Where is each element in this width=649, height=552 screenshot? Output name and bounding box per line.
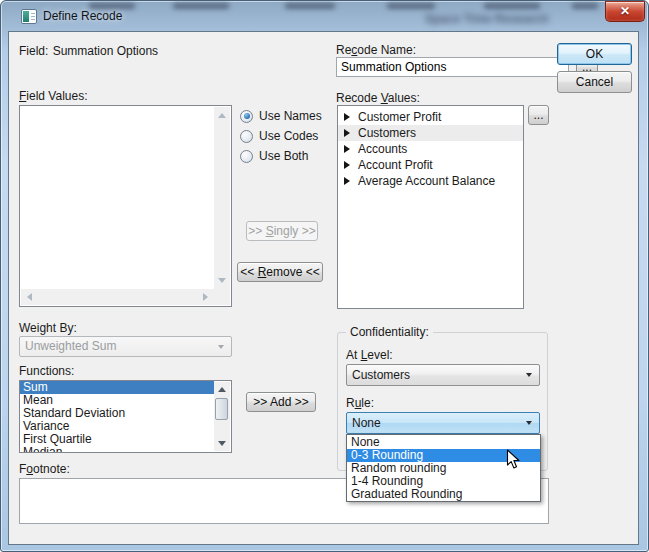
ok-button[interactable]: OK — [557, 43, 632, 65]
vertical-scrollbar — [214, 107, 230, 289]
scrollbar-thumb[interactable] — [215, 398, 228, 420]
weight-by-label: Weight By: — [19, 321, 77, 335]
scroll-up-icon — [218, 113, 226, 118]
scrollbar-corner — [214, 289, 230, 305]
list-item[interactable]: Account Profit — [338, 157, 523, 173]
list-item[interactable]: Average Account Balance — [338, 173, 523, 189]
list-item[interactable]: Customers — [338, 125, 523, 141]
field-value: Summation Options — [53, 44, 158, 58]
singly-button: >> Singly >> — [246, 221, 318, 241]
list-item-label: Average Account Balance — [358, 174, 495, 188]
recode-values-listbox[interactable]: Customer Profit Customers Accounts Accou… — [337, 105, 524, 309]
recode-values-browse-button[interactable]: ... — [528, 105, 549, 125]
dropdown-option[interactable]: Graduated Rounding — [347, 488, 540, 501]
footnote-label: Footnote: — [19, 462, 70, 476]
expand-triangle-icon[interactable] — [344, 129, 350, 137]
list-item[interactable]: Customer Profit — [338, 109, 523, 125]
field-values-label: Field Values: — [19, 89, 88, 103]
confidentiality-title: Confidentiality: — [346, 325, 433, 339]
recode-values-label: Recode Values: — [336, 91, 420, 105]
field-label: Field: — [19, 44, 48, 58]
chevron-down-icon — [526, 373, 532, 377]
rule-combobox[interactable]: None — [346, 412, 540, 434]
recode-name-input[interactable] — [336, 57, 569, 77]
expand-triangle-icon[interactable] — [344, 161, 350, 169]
dialog-icon — [21, 9, 37, 24]
scroll-up-icon[interactable] — [218, 387, 226, 392]
cancel-button[interactable]: Cancel — [557, 71, 632, 93]
background-window-artifact — [387, 3, 435, 9]
functions-label: Functions: — [19, 364, 74, 378]
radio-label: Use Both — [259, 149, 308, 163]
background-window-artifact — [572, 3, 598, 9]
chevron-down-icon — [218, 345, 224, 349]
at-level-value: Customers — [352, 368, 410, 382]
list-item-label: Accounts — [358, 142, 407, 156]
radio-use-codes[interactable]: Use Codes — [240, 128, 318, 144]
window-title: Define Recode — [43, 9, 122, 23]
scroll-down-icon — [218, 278, 226, 283]
weight-by-value: Unweighted Sum — [25, 339, 116, 353]
field-values-listbox[interactable] — [19, 105, 232, 307]
radio-checked-icon — [240, 110, 253, 123]
rule-label: Rule: — [346, 396, 374, 410]
add-button[interactable]: >> Add >> — [246, 392, 316, 412]
radio-unchecked-icon — [240, 130, 253, 143]
rule-value: None — [352, 416, 381, 430]
dialog-client-area: Field: Summation Options Recode Name: ..… — [8, 31, 639, 545]
remove-button[interactable]: << Remove << — [237, 262, 323, 282]
expand-triangle-icon[interactable] — [344, 145, 350, 153]
list-item[interactable]: Accounts — [338, 141, 523, 157]
expand-triangle-icon[interactable] — [344, 177, 350, 185]
list-item-label: Customers — [358, 126, 416, 140]
background-window-artifact — [285, 3, 335, 9]
background-window-title: Space Time Research — [425, 12, 595, 26]
close-icon: ✕ — [620, 4, 630, 18]
radio-label: Use Codes — [259, 129, 318, 143]
recode-name-label: Recode Name: — [336, 43, 416, 57]
background-window-artifact — [484, 3, 540, 9]
close-button[interactable]: ✕ — [605, 1, 645, 22]
list-item-label: Account Profit — [358, 158, 433, 172]
horizontal-scrollbar — [21, 289, 214, 305]
scroll-down-icon[interactable] — [218, 441, 226, 446]
vertical-scrollbar[interactable] — [214, 382, 230, 451]
weight-by-combobox: Unweighted Sum — [19, 336, 232, 357]
radio-unchecked-icon — [240, 150, 253, 163]
titlebar[interactable]: Space Time Research Define Recode ✕ — [1, 1, 648, 31]
chevron-down-icon — [526, 421, 532, 425]
list-item[interactable]: Median — [20, 446, 214, 453]
radio-use-both[interactable]: Use Both — [240, 148, 308, 164]
mouse-cursor-icon — [506, 449, 521, 470]
at-level-combobox[interactable]: Customers — [346, 364, 540, 386]
at-level-label: At Level: — [346, 348, 393, 362]
field-summary: Field: Summation Options — [19, 44, 158, 58]
background-window-artifact — [173, 3, 229, 9]
radio-use-names[interactable]: Use Names — [240, 108, 322, 124]
scroll-left-icon — [27, 293, 32, 301]
define-recode-dialog: Space Time Research Define Recode ✕ Fiel… — [0, 0, 649, 552]
expand-triangle-icon[interactable] — [344, 113, 350, 121]
radio-label: Use Names — [259, 109, 322, 123]
functions-listbox[interactable]: Sum Mean Standard Deviation Variance Fir… — [19, 380, 232, 453]
scroll-right-icon — [203, 293, 208, 301]
list-item-label: Customer Profit — [358, 110, 441, 124]
